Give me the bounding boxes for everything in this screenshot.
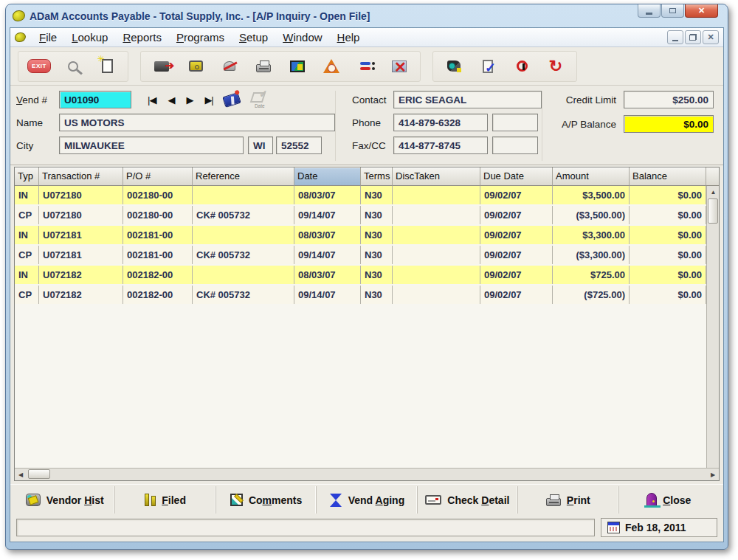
date-box[interactable]: Feb 18, 2011 bbox=[601, 518, 717, 537]
print-toolbar-button[interactable] bbox=[252, 55, 275, 78]
city-field[interactable]: MILWAUKEE bbox=[59, 136, 244, 154]
exit-button[interactable]: EXIT bbox=[27, 55, 51, 78]
verify-button[interactable] bbox=[476, 55, 500, 78]
vertical-scroll-thumb[interactable] bbox=[708, 198, 718, 224]
notebook-icon[interactable] bbox=[222, 91, 241, 107]
cell: CK# 005732 bbox=[193, 246, 294, 264]
menu-window[interactable]: Window bbox=[275, 30, 329, 45]
fax-ext-field[interactable] bbox=[492, 136, 538, 154]
cell bbox=[193, 186, 294, 204]
safe-icon bbox=[189, 61, 203, 72]
vertical-scrollbar[interactable]: ▲ bbox=[706, 186, 719, 468]
date-stamp-caption: Date bbox=[255, 103, 265, 108]
mdi-restore-button[interactable] bbox=[685, 30, 701, 44]
new-document-button[interactable] bbox=[95, 55, 119, 78]
view-button[interactable] bbox=[442, 55, 466, 78]
cell: 09/02/07 bbox=[480, 286, 553, 304]
column-header-balance[interactable]: Balance bbox=[630, 167, 706, 186]
close-button[interactable]: ✕ bbox=[685, 4, 718, 18]
column-header-due-date[interactable]: Due Date bbox=[480, 167, 553, 186]
export-button[interactable] bbox=[150, 55, 173, 78]
check-detail-button[interactable]: Check Detail bbox=[417, 486, 517, 514]
refresh-button[interactable]: ↻ bbox=[544, 55, 568, 78]
zoom-button[interactable] bbox=[61, 55, 85, 78]
safe-button[interactable] bbox=[184, 55, 207, 78]
cell: IN bbox=[15, 266, 39, 284]
column-header-reference[interactable]: Reference bbox=[193, 167, 294, 186]
column-header-p-o-[interactable]: P/O # bbox=[123, 167, 193, 186]
bell-button[interactable] bbox=[218, 55, 241, 78]
menu-file[interactable]: File bbox=[32, 30, 64, 45]
horizontal-scroll-thumb[interactable] bbox=[28, 469, 50, 479]
column-header-transaction-[interactable]: Transaction # bbox=[39, 167, 123, 186]
minimize-button[interactable] bbox=[638, 4, 661, 18]
column-header-disctaken[interactable]: DiscTaken bbox=[393, 167, 480, 186]
clock-icon bbox=[517, 61, 528, 72]
close-icon: ✕ bbox=[698, 7, 705, 15]
door-icon bbox=[646, 493, 657, 507]
cell: 09/14/07 bbox=[294, 246, 361, 264]
table-row[interactable]: CPU072180002180-00CK# 00573209/14/07N300… bbox=[15, 206, 719, 226]
comments-button[interactable]: Comments bbox=[215, 486, 316, 514]
phone-field[interactable]: 414-879-6328 bbox=[393, 114, 488, 131]
menu-programs[interactable]: Programs bbox=[169, 30, 232, 45]
delete-button[interactable] bbox=[387, 55, 411, 78]
cell: 002181-00 bbox=[123, 246, 193, 264]
close-window-button[interactable]: Close bbox=[618, 486, 719, 514]
scroll-up-icon[interactable]: ▲ bbox=[707, 186, 720, 198]
print-button[interactable]: Print bbox=[517, 486, 618, 514]
table-row[interactable]: INU072181002181-0008/03/07N3009/02/07$3,… bbox=[15, 226, 719, 246]
vend-number-input[interactable]: U01090 bbox=[59, 91, 131, 108]
contact-field[interactable]: ERIC SEAGAL bbox=[393, 91, 542, 108]
cell bbox=[193, 266, 294, 284]
image-button[interactable] bbox=[286, 55, 309, 78]
menu-setup[interactable]: Setup bbox=[232, 30, 275, 45]
vendor-hist-button[interactable]: Vendor Hist bbox=[15, 486, 114, 514]
table-row[interactable]: CPU072182002182-00CK# 00573209/14/07N300… bbox=[15, 286, 719, 305]
fax-label: Fax/CC bbox=[352, 140, 393, 151]
column-header-date[interactable]: Date bbox=[294, 167, 361, 186]
menu-help[interactable]: Help bbox=[330, 30, 368, 45]
fax-field[interactable]: 414-877-8745 bbox=[393, 136, 488, 154]
menu-reports[interactable]: Reports bbox=[115, 30, 169, 45]
next-record-button[interactable]: ▶ bbox=[186, 95, 193, 105]
cell: 09/02/07 bbox=[480, 206, 553, 224]
zip-field[interactable]: 52552 bbox=[276, 136, 322, 154]
cell: U072180 bbox=[39, 206, 123, 224]
maximize-button[interactable] bbox=[661, 4, 684, 18]
vend-aging-button[interactable]: Vend Aging bbox=[316, 486, 416, 514]
column-header-terms[interactable]: Terms bbox=[361, 167, 393, 186]
mdi-close-button[interactable]: ✕ bbox=[703, 30, 719, 44]
clock-button[interactable] bbox=[510, 55, 534, 78]
horizontal-scrollbar[interactable]: ◀ ▶ bbox=[15, 468, 719, 480]
date-stamp-button[interactable]: Date bbox=[252, 91, 268, 108]
cell: N30 bbox=[361, 266, 393, 284]
toolbar: EXIT ↻ bbox=[10, 47, 723, 86]
filed-button[interactable]: Filed bbox=[114, 486, 215, 514]
vend-aging-label: Vend Aging bbox=[348, 494, 405, 506]
first-record-button[interactable]: |◀ bbox=[148, 95, 156, 105]
cell: CK# 005732 bbox=[193, 206, 294, 224]
menu-lookup[interactable]: Lookup bbox=[64, 30, 115, 45]
close-label: Close bbox=[663, 494, 691, 506]
table-row[interactable]: INU072182002182-0008/03/07N3009/02/07$72… bbox=[15, 266, 719, 286]
sort-button[interactable] bbox=[354, 55, 377, 78]
table-row[interactable]: CPU072181002181-00CK# 00573209/14/07N300… bbox=[15, 246, 719, 266]
column-header-typ[interactable]: Typ bbox=[15, 167, 39, 186]
alarm-button[interactable] bbox=[320, 55, 343, 78]
previous-record-button[interactable]: ◀ bbox=[168, 95, 174, 105]
state-field[interactable]: WI bbox=[248, 136, 273, 154]
table-row[interactable]: INU072180002180-0008/03/07N3009/02/07$3,… bbox=[15, 186, 719, 206]
scroll-left-icon[interactable]: ◀ bbox=[15, 469, 27, 480]
title-bar[interactable]: ADaM Accounts Payable - Total Supply, In… bbox=[10, 4, 724, 27]
mdi-minimize-button[interactable] bbox=[667, 30, 683, 44]
mdi-child-icon[interactable] bbox=[15, 32, 26, 42]
column-header-amount[interactable]: Amount bbox=[553, 167, 630, 186]
ap-balance-label: A/P Balance bbox=[554, 119, 624, 130]
cell: U072182 bbox=[39, 286, 123, 304]
phone-ext-field[interactable] bbox=[492, 114, 538, 131]
last-record-button[interactable]: ▶| bbox=[204, 95, 213, 105]
name-field[interactable]: US MOTORS bbox=[59, 114, 335, 131]
new-document-icon bbox=[102, 59, 113, 73]
scroll-right-icon[interactable]: ▶ bbox=[707, 469, 719, 480]
